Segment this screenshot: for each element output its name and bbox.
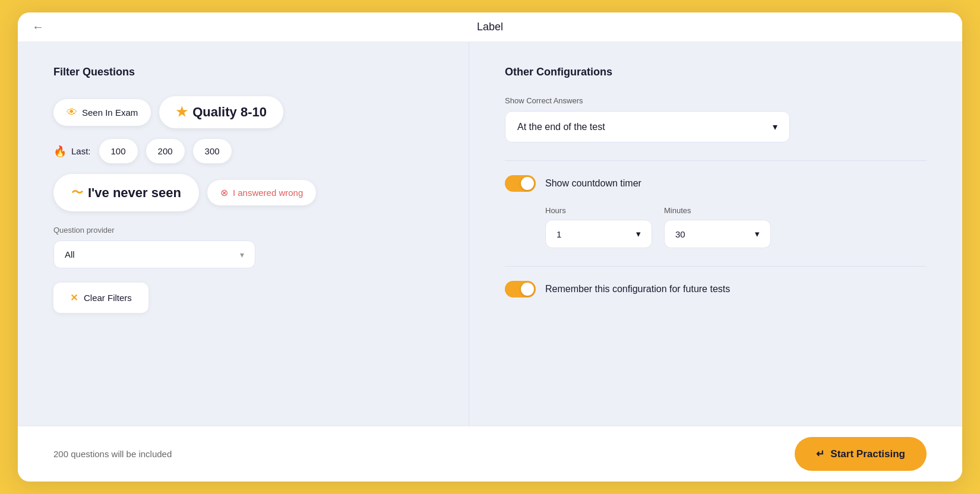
hours-group: Hours 1 ▾ — [545, 206, 652, 248]
question-provider-section: Question provider All ▾ — [53, 226, 433, 268]
answered-wrong-label: I answered wrong — [233, 188, 303, 198]
countdown-toggle-row: Show countdown timer — [505, 175, 927, 192]
minutes-chevron-icon: ▾ — [755, 229, 760, 239]
filter-row-3: 〜 I've never seen ⊗ I answered wrong — [53, 174, 433, 211]
never-seen-chip[interactable]: 〜 I've never seen — [53, 174, 199, 211]
clear-filters-button[interactable]: ✕ Clear Filters — [53, 283, 148, 313]
hours-chevron-icon: ▾ — [636, 229, 641, 239]
back-button[interactable]: ← — [32, 20, 44, 34]
toggle-knob — [521, 177, 534, 190]
never-seen-label: I've never seen — [88, 185, 181, 201]
questions-count: 200 questions will be included — [53, 449, 172, 459]
time-row: Hours 1 ▾ Minutes 30 ▾ — [545, 206, 927, 248]
provider-chevron-icon: ▾ — [240, 250, 244, 259]
right-panel: Other Configurations Show Correct Answer… — [469, 42, 962, 426]
last-200-chip[interactable]: 200 — [146, 139, 185, 163]
provider-value: All — [65, 249, 75, 259]
minutes-label: Minutes — [664, 206, 771, 215]
show-correct-label: Show Correct Answers — [505, 96, 927, 105]
wrong-circle-icon: ⊗ — [220, 187, 228, 198]
quality-chip[interactable]: ★ Quality 8-10 — [159, 96, 283, 128]
hours-label: Hours — [545, 206, 652, 215]
enter-icon: ↵ — [816, 448, 824, 460]
fire-icon: 🔥 — [53, 145, 67, 158]
clear-x-icon: ✕ — [70, 292, 78, 303]
start-practising-label: Start Practising — [830, 448, 905, 460]
eye-icon: 👁 — [67, 106, 77, 119]
last-100-chip[interactable]: 100 — [99, 139, 138, 163]
footer: 200 questions will be included ↵ Start P… — [18, 426, 962, 482]
countdown-label: Show countdown timer — [545, 178, 641, 189]
provider-select[interactable]: All ▾ — [53, 240, 255, 268]
correct-answers-value: At the end of the test — [517, 122, 605, 132]
filter-row-2: 🔥 Last: 100 200 300 — [53, 139, 433, 163]
last-300-chip[interactable]: 300 — [193, 139, 232, 163]
remember-toggle[interactable] — [505, 281, 536, 297]
star-icon: ★ — [176, 104, 188, 120]
hours-select[interactable]: 1 ▾ — [545, 220, 652, 248]
page-title: Label — [477, 21, 503, 33]
correct-answers-chevron-icon: ▾ — [773, 121, 777, 132]
answered-wrong-chip[interactable]: ⊗ I answered wrong — [207, 180, 316, 205]
remember-toggle-knob — [521, 283, 534, 296]
hours-value: 1 — [557, 229, 561, 239]
remember-label: Remember this configuration for future t… — [545, 284, 730, 294]
never-seen-icon: 〜 — [71, 185, 83, 201]
correct-answers-select[interactable]: At the end of the test ▾ — [505, 111, 790, 142]
filter-section-title: Filter Questions — [53, 66, 433, 78]
config-section-title: Other Configurations — [505, 66, 927, 78]
quality-label: Quality 8-10 — [192, 104, 267, 120]
provider-label: Question provider — [53, 226, 433, 235]
left-panel: Filter Questions 👁 Seen In Exam ★ Qualit… — [18, 42, 469, 426]
seen-in-exam-label: Seen In Exam — [82, 107, 138, 118]
minutes-select[interactable]: 30 ▾ — [664, 220, 771, 248]
minutes-value: 30 — [675, 229, 685, 239]
seen-in-exam-chip[interactable]: 👁 Seen In Exam — [53, 99, 151, 126]
app-window: ← Label Filter Questions 👁 Seen In Exam … — [18, 12, 962, 482]
clear-filters-label: Clear Filters — [84, 293, 132, 303]
divider-2 — [505, 266, 927, 267]
minutes-group: Minutes 30 ▾ — [664, 206, 771, 248]
last-label: Last: — [71, 146, 91, 156]
divider-1 — [505, 160, 927, 161]
start-practising-button[interactable]: ↵ Start Practising — [795, 437, 927, 471]
filter-row-1: 👁 Seen In Exam ★ Quality 8-10 — [53, 96, 433, 128]
countdown-toggle[interactable] — [505, 175, 536, 192]
remember-toggle-row: Remember this configuration for future t… — [505, 281, 927, 297]
last-icon-label: 🔥 Last: — [53, 140, 91, 163]
header: ← Label — [18, 12, 962, 42]
main-content: Filter Questions 👁 Seen In Exam ★ Qualit… — [18, 42, 962, 426]
